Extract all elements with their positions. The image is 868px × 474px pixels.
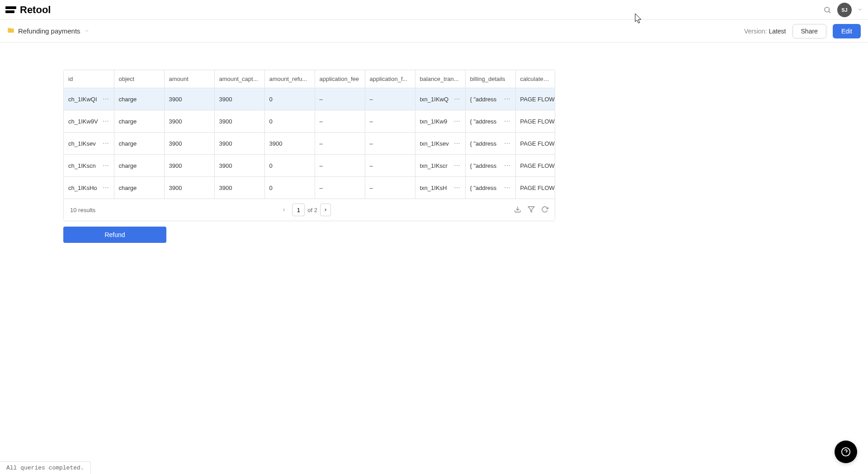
ellipsis-icon[interactable]: ⋯	[504, 118, 511, 125]
table-cell[interactable]: ch_1IKwQI⋯	[64, 88, 114, 110]
col-header-calculated[interactable]: calculated_s	[515, 70, 555, 88]
ellipsis-icon[interactable]: ⋯	[103, 118, 109, 125]
table-cell[interactable]: –	[315, 155, 365, 177]
table-cell[interactable]: 0	[264, 177, 315, 199]
col-header-amount[interactable]: amount	[164, 70, 214, 88]
app-name: Refunding payments	[18, 27, 80, 35]
table-cell[interactable]: –	[315, 133, 365, 155]
table-cell[interactable]: 3900	[214, 88, 264, 110]
avatar[interactable]: SJ	[837, 3, 852, 17]
ellipsis-icon[interactable]: ⋯	[454, 118, 461, 125]
table-row[interactable]: ch_1IKscn⋯charge390039000––txn_1IKscr⋯{ …	[64, 155, 555, 177]
table-cell[interactable]: { "address⋯	[465, 133, 515, 155]
col-header-app-fee-amt[interactable]: application_f...	[365, 70, 415, 88]
table-cell[interactable]: –	[365, 133, 415, 155]
ellipsis-icon[interactable]: ⋯	[103, 162, 109, 169]
ellipsis-icon[interactable]: ⋯	[103, 140, 109, 147]
ellipsis-icon[interactable]: ⋯	[454, 140, 461, 147]
col-header-amount-captured[interactable]: amount_capt...	[214, 70, 264, 88]
table-cell[interactable]: charge	[114, 177, 164, 199]
refresh-icon[interactable]	[541, 206, 548, 214]
page-next-button[interactable]	[320, 204, 331, 216]
table-row[interactable]: ch_1IKsHo⋯charge390039000––txn_1IKsH⋯{ "…	[64, 177, 555, 199]
table-cell[interactable]: charge	[114, 88, 164, 110]
table-cell[interactable]: ch_1IKsHo⋯	[64, 177, 114, 199]
table-cell[interactable]: 0	[264, 88, 315, 110]
table-cell[interactable]: PAGE FLOW	[515, 88, 555, 110]
table-cell[interactable]: charge	[114, 110, 164, 133]
logo[interactable]: Retool	[5, 4, 51, 16]
ellipsis-icon[interactable]: ⋯	[103, 184, 109, 191]
col-header-id[interactable]: id	[64, 70, 114, 88]
table-cell[interactable]: –	[365, 88, 415, 110]
top-header: Retool SJ	[0, 0, 868, 20]
page-input[interactable]	[292, 204, 305, 216]
page-prev-button[interactable]	[278, 204, 289, 216]
table-cell[interactable]: charge	[114, 155, 164, 177]
table-cell[interactable]: { "address⋯	[465, 177, 515, 199]
search-icon[interactable]	[823, 5, 832, 14]
table-cell[interactable]: ch_1IKscn⋯	[64, 155, 114, 177]
edit-button[interactable]: Edit	[833, 24, 861, 38]
col-header-app-fee[interactable]: application_fee	[315, 70, 365, 88]
download-icon[interactable]	[514, 206, 521, 214]
ellipsis-icon[interactable]: ⋯	[103, 95, 109, 103]
table-cell[interactable]: –	[315, 110, 365, 133]
table-cell[interactable]: PAGE FLOW	[515, 133, 555, 155]
table-cell[interactable]: txn_1IKw9⋯	[415, 110, 465, 133]
table-cell[interactable]: ch_1IKsev⋯	[64, 133, 114, 155]
table-row[interactable]: ch_1IKwQI⋯charge390039000––txn_1IKwQ⋯{ "…	[64, 88, 555, 110]
ellipsis-icon[interactable]: ⋯	[454, 162, 461, 169]
table-cell[interactable]: 3900	[164, 133, 214, 155]
table-row[interactable]: ch_1IKw9V⋯charge390039000––txn_1IKw9⋯{ "…	[64, 110, 555, 133]
pagination: of 2	[278, 204, 331, 216]
table-cell[interactable]: PAGE FLOW	[515, 155, 555, 177]
ellipsis-icon[interactable]: ⋯	[454, 95, 461, 103]
table-footer: 10 results of 2	[64, 199, 555, 221]
table-cell[interactable]: { "address⋯	[465, 88, 515, 110]
chevron-down-icon[interactable]	[857, 6, 863, 14]
table-cell[interactable]: 3900	[214, 110, 264, 133]
table-cell[interactable]: 0	[264, 110, 315, 133]
col-header-amount-refunded[interactable]: amount_refu...	[264, 70, 315, 88]
table-cell[interactable]: txn_1IKwQ⋯	[415, 88, 465, 110]
table-cell[interactable]: –	[315, 177, 365, 199]
table-cell[interactable]: PAGE FLOW	[515, 110, 555, 133]
col-header-billing[interactable]: billing_details	[465, 70, 515, 88]
table-cell[interactable]: 3900	[214, 155, 264, 177]
table-cell[interactable]: –	[365, 177, 415, 199]
share-button[interactable]: Share	[793, 24, 826, 38]
ellipsis-icon[interactable]: ⋯	[504, 184, 511, 191]
ellipsis-icon[interactable]: ⋯	[454, 184, 461, 191]
table-cell[interactable]: txn_1IKscr⋯	[415, 155, 465, 177]
table-row[interactable]: ch_1IKsev⋯charge390039003900––txn_1IKsev…	[64, 133, 555, 155]
table-cell[interactable]: 0	[264, 155, 315, 177]
table-cell[interactable]: PAGE FLOW	[515, 177, 555, 199]
table-cell[interactable]: 3900	[164, 155, 214, 177]
ellipsis-icon[interactable]: ⋯	[504, 95, 511, 103]
table-cell[interactable]: { "address⋯	[465, 110, 515, 133]
table-cell[interactable]: –	[365, 110, 415, 133]
col-header-object[interactable]: object	[114, 70, 164, 88]
table-cell[interactable]: 3900	[264, 133, 315, 155]
table-cell[interactable]: –	[315, 88, 365, 110]
filter-icon[interactable]	[528, 206, 535, 214]
results-count: 10 results	[70, 207, 95, 213]
main-content: id object amount amount_capt... amount_r…	[0, 43, 868, 252]
table-cell[interactable]: txn_1IKsev⋯	[415, 133, 465, 155]
ellipsis-icon[interactable]: ⋯	[504, 140, 511, 147]
table-cell[interactable]: charge	[114, 133, 164, 155]
table-cell[interactable]: 3900	[214, 177, 264, 199]
table-cell[interactable]: 3900	[164, 177, 214, 199]
col-header-balance-txn[interactable]: balance_tran...	[415, 70, 465, 88]
refund-button[interactable]: Refund	[63, 227, 166, 243]
table-cell[interactable]: –	[365, 155, 415, 177]
table-cell[interactable]: 3900	[214, 133, 264, 155]
table-cell[interactable]: ch_1IKw9V⋯	[64, 110, 114, 133]
table-cell[interactable]: 3900	[164, 88, 214, 110]
table-cell[interactable]: { "address⋯	[465, 155, 515, 177]
table-cell[interactable]: txn_1IKsH⋯	[415, 177, 465, 199]
table-cell[interactable]: 3900	[164, 110, 214, 133]
breadcrumb[interactable]: Refunding payments	[7, 27, 90, 35]
ellipsis-icon[interactable]: ⋯	[504, 162, 511, 169]
